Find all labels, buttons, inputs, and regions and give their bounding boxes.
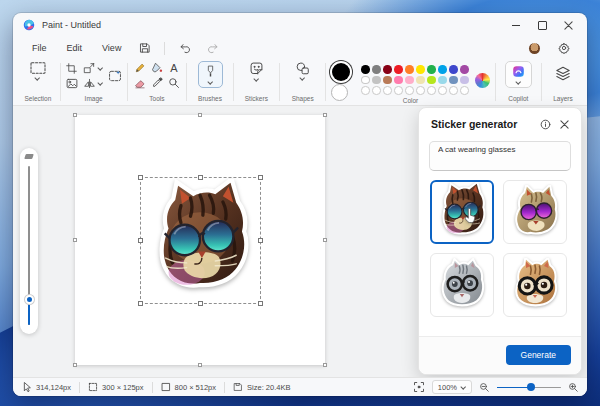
selection-handle[interactable] (258, 175, 263, 180)
menu-file[interactable]: File (23, 40, 56, 56)
color-swatch[interactable] (449, 65, 458, 74)
canvas-resize-handle[interactable] (73, 113, 77, 117)
color-swatch[interactable] (438, 65, 447, 74)
thickness-slider-thumb[interactable] (25, 295, 34, 304)
thickness-slider[interactable] (20, 148, 38, 334)
save-button[interactable] (132, 40, 158, 56)
sticker-thumbnail-2[interactable] (503, 180, 567, 244)
edit-colors-button[interactable] (475, 73, 490, 88)
color-swatch[interactable] (394, 76, 403, 85)
color-swatch[interactable] (361, 76, 370, 85)
selection-handle[interactable] (138, 301, 143, 306)
magnifier-button[interactable] (168, 77, 180, 89)
stickers-label: Stickers (245, 95, 268, 102)
canvas-resize-handle[interactable] (323, 113, 327, 117)
sticker-thumbnail-1[interactable] (430, 180, 494, 244)
zoom-slider-thumb[interactable] (527, 383, 535, 391)
canvas-resize-handle[interactable] (73, 363, 77, 367)
settings-button[interactable] (551, 40, 577, 56)
menu-edit[interactable]: Edit (58, 40, 92, 56)
selection-tool-button[interactable] (29, 61, 47, 81)
selection-handle[interactable] (138, 175, 143, 180)
resize-button[interactable] (83, 63, 103, 74)
color-swatch-empty[interactable] (405, 86, 414, 95)
color-swatch-empty[interactable] (460, 86, 469, 95)
canvas-resize-handle[interactable] (198, 363, 202, 367)
color-swatch[interactable] (427, 65, 436, 74)
color-swatch[interactable] (416, 76, 425, 85)
selection-handle[interactable] (138, 238, 143, 243)
fit-to-screen-button[interactable] (413, 381, 425, 393)
color-swatch[interactable] (372, 65, 381, 74)
canvas-resize-handle[interactable] (323, 238, 327, 242)
color-swatch-empty[interactable] (372, 86, 381, 95)
canvas-resize-handle[interactable] (73, 238, 77, 242)
selection-handle[interactable] (198, 301, 203, 306)
eraser-button[interactable] (134, 78, 146, 89)
menu-view[interactable]: View (93, 40, 130, 56)
selection-handle[interactable] (198, 175, 203, 180)
color-swatch-empty[interactable] (394, 86, 403, 95)
color-swatch[interactable] (416, 65, 425, 74)
fill-button[interactable] (151, 62, 163, 74)
panel-close-button[interactable] (557, 117, 571, 131)
account-avatar[interactable] (529, 43, 540, 54)
generate-button[interactable]: Generate (506, 345, 571, 365)
maximize-button[interactable] (529, 16, 555, 34)
redo-button[interactable] (200, 40, 227, 56)
color-swatch[interactable] (449, 76, 458, 85)
menubar: File Edit View (13, 37, 587, 59)
info-button[interactable] (538, 117, 552, 131)
undo-button[interactable] (171, 40, 198, 56)
color-swatch[interactable] (394, 65, 403, 74)
prompt-input[interactable] (429, 141, 571, 171)
sticker-thumbnail-3[interactable] (430, 253, 494, 317)
close-button[interactable] (555, 16, 581, 34)
color-swatch-empty[interactable] (427, 86, 436, 95)
text-tool-button[interactable]: A (170, 63, 177, 74)
zoom-slider[interactable] (497, 382, 561, 392)
canvas-resize-handle[interactable] (323, 363, 327, 367)
color-swatch[interactable] (405, 76, 414, 85)
color-swatch[interactable] (460, 76, 469, 85)
color-swatch[interactable] (383, 76, 392, 85)
canvas-resize-handle[interactable] (198, 113, 202, 117)
color-swatch[interactable] (460, 65, 469, 74)
thickness-slider-track[interactable] (28, 166, 30, 325)
minimize-button[interactable] (503, 16, 529, 34)
chevron-down-icon (461, 385, 466, 390)
remove-background-button[interactable] (108, 69, 122, 83)
zoom-in-button[interactable] (568, 382, 579, 393)
brushes-button[interactable] (198, 61, 223, 88)
color-swatch-empty[interactable] (449, 86, 458, 95)
color-swatch[interactable] (361, 65, 370, 74)
color-swatch[interactable] (372, 76, 381, 85)
color-swatch[interactable] (427, 76, 436, 85)
zoom-out-button[interactable] (479, 382, 490, 393)
layers-button[interactable] (555, 61, 571, 81)
image-file-button[interactable] (66, 78, 78, 89)
sticker-canvas-image[interactable] (142, 179, 258, 301)
rotate-button[interactable] (83, 78, 103, 89)
color-swatch[interactable] (438, 76, 447, 85)
foreground-color-swatch[interactable] (332, 63, 350, 81)
shapes-button[interactable] (295, 61, 310, 81)
selection-handle[interactable] (258, 301, 263, 306)
zoom-level-dropdown[interactable]: 100% (432, 380, 472, 394)
color-swatch-empty[interactable] (416, 86, 425, 95)
eyedropper-button[interactable] (151, 77, 163, 89)
stickers-button[interactable] (249, 61, 264, 82)
background-color-swatch[interactable] (331, 84, 348, 101)
pencil-button[interactable] (134, 62, 146, 74)
selection-box[interactable] (140, 177, 261, 304)
drawing-canvas[interactable] (75, 115, 325, 365)
color-swatch-empty[interactable] (361, 86, 370, 95)
selection-handle[interactable] (258, 238, 263, 243)
crop-button[interactable] (66, 63, 77, 74)
color-swatch[interactable] (405, 65, 414, 74)
color-swatch-empty[interactable] (438, 86, 447, 95)
color-swatch[interactable] (383, 65, 392, 74)
color-swatch-empty[interactable] (383, 86, 392, 95)
sticker-thumbnail-4[interactable] (503, 253, 567, 317)
copilot-button[interactable] (505, 61, 532, 88)
